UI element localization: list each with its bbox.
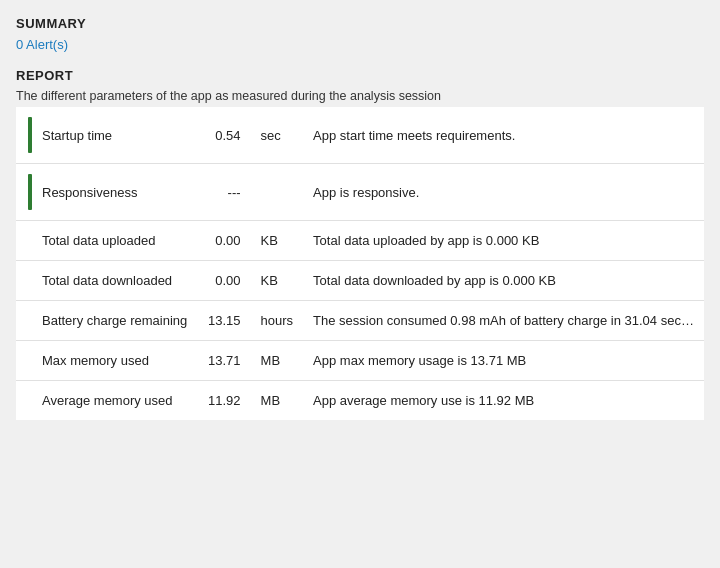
row-unit: hours xyxy=(249,301,302,341)
report-description: The different parameters of the app as m… xyxy=(16,89,704,103)
row-description: App start time meets requirements. xyxy=(301,107,704,164)
row-value: 0.00 xyxy=(196,261,249,301)
row-unit: sec xyxy=(249,107,302,164)
row-label: Startup time xyxy=(42,117,112,153)
table-row: Battery charge remaining13.15hoursThe se… xyxy=(16,301,704,341)
row-label: Total data downloaded xyxy=(42,271,172,290)
row-description: Total data downloaded by app is 0.000 KB xyxy=(301,261,704,301)
row-label: Total data uploaded xyxy=(42,231,155,250)
summary-title: SUMMARY xyxy=(16,16,704,31)
row-description: App average memory use is 11.92 MB xyxy=(301,381,704,421)
main-container: SUMMARY 0 Alert(s) REPORT The different … xyxy=(0,0,720,420)
empty-indicator xyxy=(28,311,32,330)
row-description: Total data uploaded by app is 0.000 KB xyxy=(301,221,704,261)
green-indicator xyxy=(28,174,32,210)
row-label: Battery charge remaining xyxy=(42,311,187,330)
empty-indicator xyxy=(28,231,32,250)
row-name-cell: Average memory used xyxy=(16,381,196,421)
row-name-cell: Total data downloaded xyxy=(16,261,196,301)
row-unit: MB xyxy=(249,381,302,421)
table-row: Startup time0.54secApp start time meets … xyxy=(16,107,704,164)
table-row: Total data uploaded0.00KBTotal data uplo… xyxy=(16,221,704,261)
row-label: Responsiveness xyxy=(42,174,137,210)
empty-indicator xyxy=(28,351,32,370)
row-label: Max memory used xyxy=(42,351,149,370)
row-label: Average memory used xyxy=(42,391,173,410)
row-value: 0.00 xyxy=(196,221,249,261)
row-value: --- xyxy=(196,164,249,221)
report-table: Startup time0.54secApp start time meets … xyxy=(16,107,704,420)
empty-indicator xyxy=(28,391,32,410)
row-unit: KB xyxy=(249,221,302,261)
table-row: Average memory used11.92MBApp average me… xyxy=(16,381,704,421)
row-value: 11.92 xyxy=(196,381,249,421)
summary-section: SUMMARY 0 Alert(s) xyxy=(16,16,704,52)
table-row: Max memory used13.71MBApp max memory usa… xyxy=(16,341,704,381)
row-name-cell: Battery charge remaining xyxy=(16,301,196,341)
row-value: 13.71 xyxy=(196,341,249,381)
row-name-cell: Max memory used xyxy=(16,341,196,381)
row-value: 13.15 xyxy=(196,301,249,341)
row-unit: KB xyxy=(249,261,302,301)
row-name-cell: Total data uploaded xyxy=(16,221,196,261)
table-row: Responsiveness---App is responsive. xyxy=(16,164,704,221)
row-description: The session consumed 0.98 mAh of battery… xyxy=(301,301,704,341)
alerts-link[interactable]: 0 Alert(s) xyxy=(16,37,704,52)
report-title: REPORT xyxy=(16,68,704,83)
row-description: App is responsive. xyxy=(301,164,704,221)
row-value: 0.54 xyxy=(196,107,249,164)
row-name-cell: Responsiveness xyxy=(16,164,196,221)
empty-indicator xyxy=(28,271,32,290)
row-description: App max memory usage is 13.71 MB xyxy=(301,341,704,381)
report-section: REPORT The different parameters of the a… xyxy=(16,68,704,420)
green-indicator xyxy=(28,117,32,153)
row-unit xyxy=(249,164,302,221)
row-unit: MB xyxy=(249,341,302,381)
table-row: Total data downloaded0.00KBTotal data do… xyxy=(16,261,704,301)
row-name-cell: Startup time xyxy=(16,107,196,164)
